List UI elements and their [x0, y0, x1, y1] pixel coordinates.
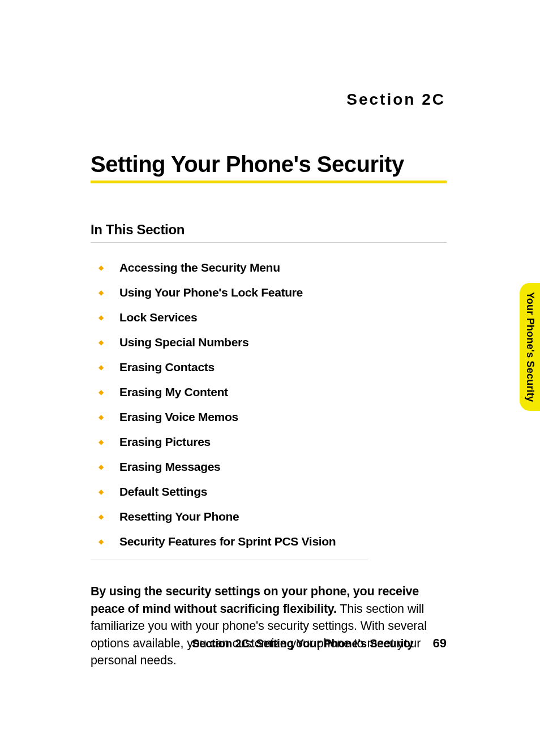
toc-text: Erasing My Content: [119, 385, 228, 399]
bullet-icon: ◆: [98, 414, 104, 420]
bullet-icon: ◆: [98, 314, 104, 321]
bullet-icon: ◆: [98, 513, 104, 520]
footer-title: Section 2C: Setting Your Phone's Securit…: [192, 637, 413, 650]
toc-text: Using Your Phone's Lock Feature: [119, 286, 303, 299]
toc-text: Security Features for Sprint PCS Vision: [119, 535, 336, 548]
page-title: Setting Your Phone's Security: [91, 152, 447, 177]
side-tab-label: Your Phone's Security: [524, 292, 536, 402]
bullet-icon: ◆: [98, 538, 104, 545]
bullet-icon: ◆: [98, 364, 104, 371]
toc-item: ◆ Lock Services: [98, 311, 447, 324]
toc-text: Accessing the Security Menu: [119, 261, 280, 274]
toc-text: Resetting Your Phone: [119, 510, 239, 523]
bullet-icon: ◆: [98, 389, 104, 396]
footer-page-number: 69: [433, 636, 447, 651]
bullet-icon: ◆: [98, 463, 104, 470]
toc-item: ◆ Erasing Messages: [98, 460, 447, 474]
toc-text: Erasing Pictures: [119, 435, 211, 449]
bullet-icon: ◆: [98, 439, 104, 445]
toc-list: ◆ Accessing the Security Menu ◆ Using Yo…: [91, 261, 447, 548]
bullet-icon: ◆: [98, 264, 104, 271]
page-footer: Section 2C: Setting Your Phone's Securit…: [91, 636, 447, 651]
toc-text: Erasing Messages: [119, 460, 220, 474]
toc-item: ◆ Erasing Pictures: [98, 435, 447, 449]
toc-item: ◆ Accessing the Security Menu: [98, 261, 447, 274]
bullet-icon: ◆: [98, 488, 104, 495]
toc-item: ◆ Erasing Contacts: [98, 360, 447, 374]
toc-item: ◆ Default Settings: [98, 485, 447, 499]
body-paragraph: By using the security settings on your p…: [91, 583, 447, 669]
bullet-icon: ◆: [98, 339, 104, 346]
toc-text: Lock Services: [119, 311, 197, 324]
in-this-section-heading: In This Section: [91, 222, 447, 243]
bullet-icon: ◆: [98, 289, 104, 296]
title-underline: [91, 181, 447, 183]
section-label: Section 2C: [91, 91, 447, 109]
toc-text: Default Settings: [119, 485, 207, 499]
toc-item: ◆ Erasing My Content: [98, 385, 447, 399]
page-container: Section 2C Setting Your Phone's Security…: [0, 0, 540, 756]
toc-item: ◆ Using Special Numbers: [98, 336, 447, 349]
toc-text: Erasing Contacts: [119, 360, 215, 374]
toc-item: ◆ Resetting Your Phone: [98, 510, 447, 523]
toc-text: Erasing Voice Memos: [119, 410, 238, 424]
toc-item: ◆ Erasing Voice Memos: [98, 410, 447, 424]
list-underline: [91, 560, 368, 560]
toc-item: ◆ Using Your Phone's Lock Feature: [98, 286, 447, 299]
toc-text: Using Special Numbers: [119, 336, 248, 349]
side-tab: Your Phone's Security: [520, 283, 540, 411]
toc-item: ◆ Security Features for Sprint PCS Visio…: [98, 535, 447, 548]
